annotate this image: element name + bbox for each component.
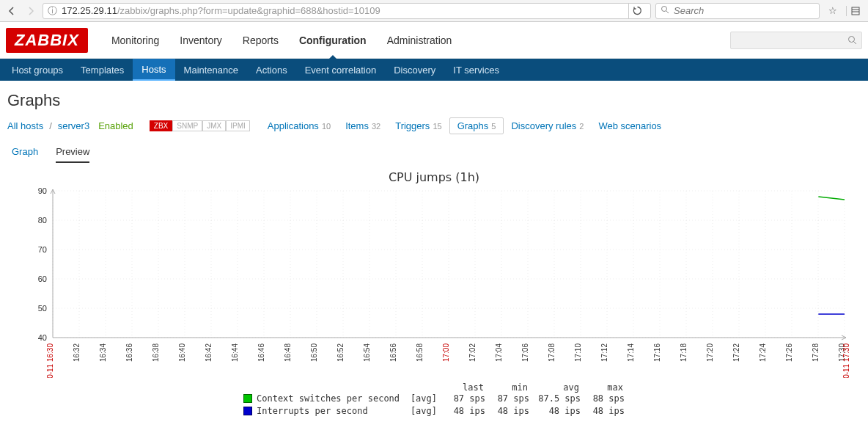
legend-row: Context switches per second[avg]87 sps87… [243,393,625,405]
legend-swatch-icon [243,394,252,403]
svg-text:16:38: 16:38 [152,343,160,362]
sub-nav-hosts[interactable]: Hosts [133,59,174,81]
svg-line-1 [666,11,669,13]
legend-row: Interrupts per second[avg]48 ips48 ips48… [243,405,625,418]
svg-text:10-11 17:30: 10-11 17:30 [842,343,850,378]
svg-text:80: 80 [38,216,47,225]
tab-preview[interactable]: Preview [56,142,89,163]
badge-ipmi: IPMI [226,120,250,131]
host-section-triggers[interactable]: Triggers15 [388,120,449,131]
svg-text:16:50: 16:50 [310,343,318,362]
browser-bar: ⓘ 172.25.29.11/zabbix/graphs.php?form=up… [0,0,868,22]
svg-text:16:46: 16:46 [257,343,265,362]
host-section-items[interactable]: Items32 [338,120,388,131]
url-text: 172.25.29.11/zabbix/graphs.php?form=upda… [62,5,624,16]
zabbix-logo[interactable]: ZABBIX [6,28,88,53]
app-search[interactable] [730,32,862,49]
top-nav: MonitoringInventoryReportsConfigurationA… [101,22,462,59]
svg-text:16:48: 16:48 [284,343,292,362]
url-bar[interactable]: ⓘ 172.25.29.11/zabbix/graphs.php?form=up… [43,3,651,19]
host-section-discovery-rules[interactable]: Discovery rules2 [504,120,591,131]
search-icon [847,35,857,45]
svg-text:16:32: 16:32 [73,343,81,362]
svg-text:16:52: 16:52 [336,343,345,362]
svg-text:16:56: 16:56 [389,343,397,362]
back-icon[interactable] [4,4,19,18]
bookmark-icon[interactable]: ☆ [824,5,842,16]
host-link[interactable]: server3 [58,120,89,131]
svg-text:90: 90 [38,187,47,195]
svg-text:40: 40 [38,333,47,342]
svg-text:17:24: 17:24 [759,343,767,362]
svg-text:17:02: 17:02 [468,343,477,362]
legend-header: lastminavgmax [440,382,625,393]
svg-text:16:40: 16:40 [178,343,186,362]
chart-legend: lastminavgmax Context switches per secon… [9,382,859,418]
svg-text:60: 60 [38,274,47,283]
svg-text:17:10: 17:10 [574,343,582,362]
sub-nav-host-groups[interactable]: Host groups [3,59,72,81]
sub-nav-templates[interactable]: Templates [72,59,133,81]
top-nav-inventory[interactable]: Inventory [169,22,232,59]
top-nav-monitoring[interactable]: Monitoring [101,22,169,59]
top-nav-administration[interactable]: Administration [377,22,463,59]
legend-agg: [avg] [408,405,437,418]
host-status: Enabled [92,120,139,131]
svg-rect-2 [852,7,859,15]
chart-title: CPU jumps (1h) [9,170,859,184]
badge-jmx: JMX [202,120,226,131]
sub-nav: Host groupsTemplatesHostsMaintenanceActi… [0,59,868,81]
svg-text:50: 50 [38,304,47,313]
host-section-graphs[interactable]: Graphs5 [449,117,504,134]
svg-text:16:54: 16:54 [363,343,371,362]
svg-text:17:28: 17:28 [812,343,820,362]
sub-nav-discovery[interactable]: Discovery [385,59,444,81]
interface-badges: ZBXSNMPJMXIPMI [150,120,250,131]
app-header: ZABBIX MonitoringInventoryReportsConfigu… [0,22,868,59]
svg-text:16:34: 16:34 [99,343,107,362]
svg-text:17:16: 17:16 [653,343,661,362]
sub-nav-event-correlation[interactable]: Event correlation [296,59,386,81]
legend-swatch-icon [243,407,252,415]
svg-text:17:14: 17:14 [627,343,635,362]
chart-svg: 40506070809010-11 16:3016:3216:3416:3616… [9,187,859,378]
browser-search-input[interactable] [674,5,814,16]
svg-text:17:18: 17:18 [680,343,688,362]
svg-text:17:08: 17:08 [548,343,556,362]
svg-text:17:06: 17:06 [521,343,529,362]
badge-zbx: ZBX [150,120,172,131]
host-section-applications[interactable]: Applications10 [260,120,338,131]
forward-icon [23,4,38,18]
svg-text:17:22: 17:22 [732,343,740,362]
sub-nav-it-services[interactable]: IT services [444,59,508,81]
svg-text:17:04: 17:04 [495,343,503,362]
svg-text:17:20: 17:20 [706,343,714,362]
host-breadcrumb: All hosts / server3 Enabled ZBXSNMPJMXIP… [0,117,868,136]
search-icon [661,5,669,16]
host-section-web-scenarios[interactable]: Web scenarios [591,120,669,131]
svg-text:10-11 16:30: 10-11 16:30 [46,343,54,378]
svg-line-6 [854,42,857,45]
sidebar-icon[interactable] [846,6,864,16]
svg-text:17:00: 17:00 [442,343,450,362]
page-title: Graphs [0,81,868,117]
all-hosts-link[interactable]: All hosts [7,120,43,131]
tab-graph[interactable]: Graph [12,142,38,163]
reload-icon[interactable] [628,3,646,19]
top-nav-configuration[interactable]: Configuration [289,22,377,59]
info-icon[interactable]: ⓘ [48,4,57,18]
svg-text:16:36: 16:36 [125,343,133,362]
chart-area: CPU jumps (1h) 40506070809010-11 16:3016… [0,163,868,425]
top-nav-reports[interactable]: Reports [232,22,289,59]
svg-text:17:26: 17:26 [785,343,793,362]
legend-agg: [avg] [408,393,437,405]
svg-text:16:44: 16:44 [231,343,239,362]
legend-series-name: Interrupts per second [257,405,403,418]
sub-nav-maintenance[interactable]: Maintenance [175,59,247,81]
svg-point-5 [849,37,855,43]
svg-text:16:58: 16:58 [416,343,424,362]
legend-series-name: Context switches per second [257,393,403,405]
sub-nav-actions[interactable]: Actions [247,59,296,81]
badge-snmp: SNMP [172,120,202,131]
browser-search[interactable] [655,3,820,19]
